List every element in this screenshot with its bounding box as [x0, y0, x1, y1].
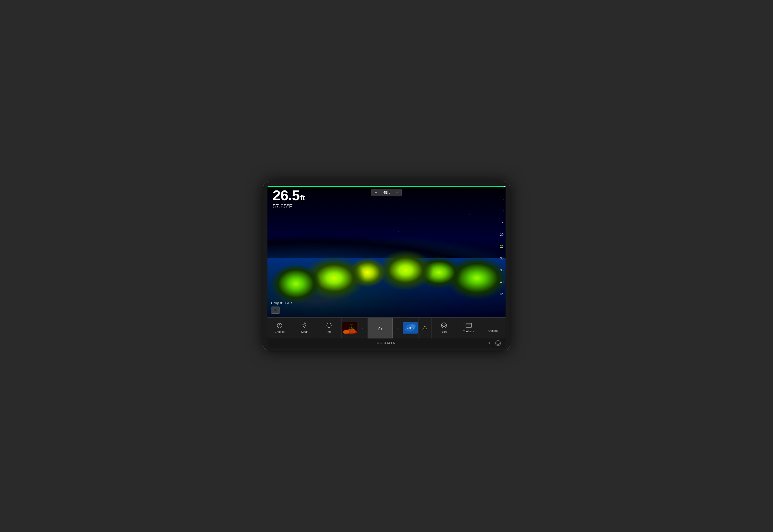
range-minus-button[interactable]: −: [372, 189, 380, 196]
scale-15: 15: [500, 221, 503, 225]
toolbar-item-map[interactable]: [402, 318, 419, 338]
chevron-left-icon: ‹: [362, 326, 363, 330]
toolbar-item-engage[interactable]: Engage: [268, 318, 292, 338]
toolbar-item-chevron-right[interactable]: ›: [393, 318, 402, 338]
svg-point-17: [351, 328, 352, 328]
indicator-dot: [488, 342, 490, 344]
scroll-indicator: [504, 186, 505, 187]
pause-button[interactable]: ⏸: [271, 307, 280, 314]
pause-icon: ⏸: [274, 308, 277, 312]
depth-value: 26.5: [273, 188, 300, 203]
range-control: − 45ft +: [372, 189, 402, 196]
toolbar-item-info[interactable]: Info: [317, 318, 342, 338]
depth-readout: 26.5 ft 57.85°F: [273, 188, 305, 210]
mark-icon: [302, 322, 307, 329]
toolbar-item-options[interactable]: ··· Options: [481, 318, 505, 338]
chart-thumbnail[interactable]: [342, 322, 357, 334]
svg-rect-28: [466, 323, 471, 327]
surface-line: [268, 186, 505, 187]
toolbar-item-toolbars[interactable]: Toolbars: [456, 318, 481, 338]
svg-point-3: [304, 324, 305, 325]
svg-point-23: [443, 324, 445, 327]
options-label: Options: [488, 329, 498, 332]
toolbars-icon: [466, 323, 472, 329]
scale-35: 35: [500, 268, 503, 272]
sos-label: SOS: [441, 330, 447, 334]
toolbar-item-home[interactable]: ⌂: [368, 318, 393, 338]
device-bottom-bar: GARMIN: [268, 338, 505, 348]
home-icon: ⌂: [378, 325, 382, 331]
device-frame: 26.5 ft 57.85°F − 45ft + 0 5 10 15 20 25: [263, 181, 510, 351]
chevron-right-icon: ›: [397, 326, 398, 330]
scale-20: 20: [500, 233, 503, 237]
scale-10: 10: [500, 209, 503, 213]
scale-0: 0: [500, 186, 503, 189]
scale-line: [497, 186, 497, 297]
sonar-view: 26.5 ft 57.85°F − 45ft + 0 5 10 15 20 25: [268, 186, 505, 317]
engage-icon: [277, 323, 282, 329]
options-icon: ···: [490, 324, 496, 328]
toolbar-item-mark[interactable]: Mark: [292, 318, 317, 338]
chart-thumb-bg: [342, 322, 357, 334]
screen-area: 26.5 ft 57.85°F − 45ft + 0 5 10 15 20 25: [268, 186, 505, 338]
info-label: Info: [327, 330, 331, 333]
range-value: 45ft: [380, 189, 393, 196]
svg-point-6: [329, 324, 329, 325]
svg-point-2: [279, 325, 280, 326]
sos-icon: [441, 322, 447, 329]
scale-45: 45: [500, 292, 503, 296]
scale-25: 25: [500, 245, 503, 248]
toolbars-label: Toolbars: [463, 330, 474, 333]
mark-label: Mark: [301, 330, 307, 334]
depth-unit: ft: [300, 194, 305, 202]
garmin-logo: GARMIN: [377, 341, 397, 345]
warning-icon: ⚠: [422, 324, 428, 332]
power-button[interactable]: [495, 340, 501, 346]
toolbar: Engage Mark: [268, 317, 505, 338]
depth-scale: 0 5 10 15 20 25 30 35 40 45: [500, 186, 503, 297]
toolbar-item-chevron-left[interactable]: ‹: [358, 318, 368, 338]
info-icon: [326, 322, 332, 329]
chirp-label: Chirp 810 kHz: [271, 301, 292, 305]
toolbar-item-chart[interactable]: [342, 318, 358, 338]
engage-label: Engage: [275, 330, 285, 333]
range-plus-button[interactable]: +: [393, 189, 401, 196]
map-thumbnail[interactable]: [403, 322, 418, 334]
toolbar-item-warning[interactable]: ⚠: [419, 318, 432, 338]
svg-point-21: [409, 327, 411, 329]
scale-5: 5: [500, 197, 503, 201]
scale-30: 30: [500, 257, 503, 260]
depth-temp: 57.85°F: [273, 203, 305, 210]
map-thumb-bg: [403, 322, 418, 334]
scale-40: 40: [500, 280, 503, 284]
toolbar-item-sos[interactable]: SOS: [432, 318, 456, 338]
